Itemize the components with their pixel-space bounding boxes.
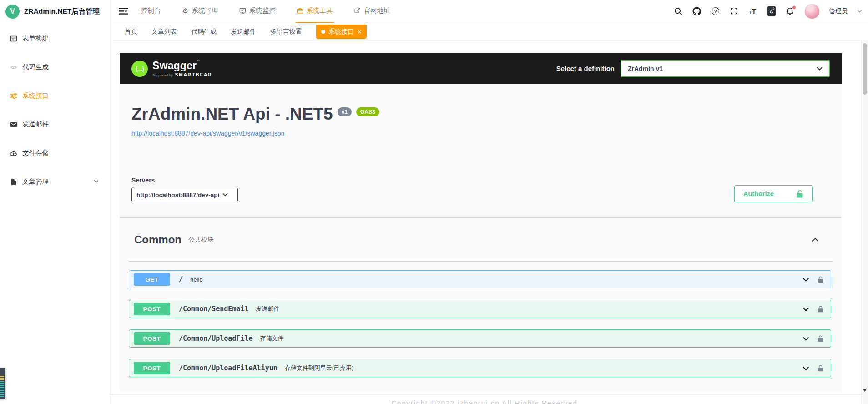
sidebar-item-label: 文件存储 — [22, 149, 49, 157]
search-icon[interactable] — [674, 7, 683, 16]
font-small-glyph: T — [749, 10, 752, 15]
operations-list: GET / hello POST /Common/SendEmail 发送邮件 — [129, 262, 833, 392]
top-navbar: 控制台 ⚙ 系统管理 系统监控 系统工具 — [111, 0, 868, 23]
translate-sub-glyph: 文 — [772, 7, 775, 11]
tags-view-bar: 首页 文章列表 代码生成 发送邮件 多语言设置 系统接口 × — [111, 23, 868, 41]
op-path: / — [179, 275, 183, 283]
brand-row[interactable]: V ZRAdmin.NET后台管理 — [0, 0, 110, 23]
op-path: /Common/SendEmail — [179, 305, 249, 313]
nav-item-official-site[interactable]: 官网地址 — [353, 0, 391, 23]
op-description: 存储文件 — [260, 334, 284, 343]
op-path: /Common/UploadFileAliyun — [179, 364, 278, 372]
sidebar-item-code-gen[interactable]: </> 代码生成 — [0, 53, 110, 81]
notification-dot — [792, 6, 796, 9]
tab-system-api-active[interactable]: 系统接口 × — [316, 25, 367, 39]
main-content: {…} Swagger™ Supported by SMARTBEAR Sele… — [111, 41, 861, 404]
chevron-down-icon[interactable] — [802, 307, 809, 311]
sidebar-item-file-storage[interactable]: 文件存储 — [0, 139, 110, 167]
version-badge: v1 — [338, 107, 352, 116]
help-icon[interactable]: ? — [711, 7, 720, 16]
unlock-icon — [796, 190, 804, 198]
sidebar-menu: 表单构建 </> 代码生成 系统接口 发送邮件 — [0, 24, 110, 196]
section-title: Common — [134, 233, 182, 246]
op-row-post-sendemail[interactable]: POST /Common/SendEmail 发送邮件 — [129, 300, 831, 318]
nav-item-label: 控制台 — [141, 6, 161, 15]
op-row-post-uploadfile[interactable]: POST /Common/UploadFile 存储文件 — [129, 329, 831, 348]
nav-item-system-monitor[interactable]: 系统监控 — [238, 0, 277, 23]
sidebar-item-label: 文章管理 — [22, 177, 49, 186]
scrollbar-thumb[interactable] — [863, 43, 867, 95]
nav-item-console[interactable]: 控制台 — [140, 0, 162, 23]
app-logo: V — [5, 5, 20, 19]
swagger-logo-icon: {…} — [131, 61, 148, 77]
tab-code-gen[interactable]: 代码生成 — [191, 28, 217, 36]
sidebar-item-label: 发送邮件 — [22, 120, 49, 129]
swagger-logo: {…} Swagger™ Supported by SMARTBEAR — [131, 60, 212, 77]
sidebar-fold-icon[interactable] — [119, 7, 129, 15]
definition-value: ZrAdmin v1 — [628, 65, 663, 72]
lock-icon[interactable] — [817, 335, 824, 343]
spec-url-link[interactable]: http://localhost:8887/dev-api/swagger/v1… — [131, 130, 284, 137]
select-definition-label: Select a definition — [556, 65, 615, 72]
tab-i18n-settings[interactable]: 多语言设置 — [270, 28, 302, 36]
method-badge: POST — [134, 303, 170, 315]
translate-icon[interactable]: A文 — [767, 7, 776, 16]
toolbox-icon — [297, 7, 304, 15]
authorize-button[interactable]: Authorize — [734, 185, 813, 202]
font-size-icon[interactable]: TT — [748, 7, 757, 16]
section-header[interactable]: Common 公共模块 — [129, 218, 833, 262]
user-name[interactable]: 管理员 — [829, 7, 848, 15]
close-icon[interactable]: × — [358, 28, 362, 35]
github-icon[interactable] — [692, 7, 701, 16]
chevron-down-icon[interactable] — [802, 278, 809, 282]
lock-icon[interactable] — [817, 276, 824, 283]
swagger-topbar: {…} Swagger™ Supported by SMARTBEAR Sele… — [120, 53, 842, 84]
document-icon — [10, 178, 17, 186]
section-subtitle: 公共模块 — [188, 236, 214, 244]
chevron-down-icon[interactable] — [857, 10, 862, 13]
bell-icon[interactable] — [786, 7, 795, 16]
swagger-ui: {…} Swagger™ Supported by SMARTBEAR Sele… — [120, 53, 842, 392]
op-description: hello — [190, 276, 202, 283]
chevron-down-icon[interactable] — [802, 366, 809, 370]
font-big-glyph: T — [752, 7, 756, 15]
lock-icon[interactable] — [817, 364, 824, 372]
op-row-get-hello[interactable]: GET / hello — [129, 270, 831, 288]
nav-item-system-mgmt[interactable]: ⚙ 系统管理 — [181, 0, 219, 23]
scheme-container: Servers http://localhost:8887/dev-api Au… — [120, 177, 842, 202]
envelope-icon — [10, 121, 17, 128]
chevron-down-icon[interactable] — [802, 337, 809, 341]
sidebar-item-form-builder[interactable]: 表单构建 — [0, 24, 110, 53]
scrollbar-down-arrow[interactable] — [863, 389, 867, 392]
sidebar-item-send-mail[interactable]: 发送邮件 — [0, 110, 110, 139]
code-icon: </> — [10, 63, 17, 71]
tab-send-mail[interactable]: 发送邮件 — [231, 28, 256, 36]
swagger-brand-text: Swagger — [152, 60, 197, 71]
vertical-scrollbar[interactable] — [861, 41, 868, 404]
sidebar-item-article-mgmt[interactable]: 文章管理 — [0, 167, 110, 196]
server-select[interactable]: http://localhost:8887/dev-api — [131, 187, 238, 202]
nav-item-system-tools[interactable]: 系统工具 — [296, 0, 334, 23]
nav-item-label: 系统管理 — [192, 6, 218, 15]
devtools-stripes — [0, 376, 4, 380]
lock-icon[interactable] — [817, 305, 824, 313]
devtools-pill[interactable] — [0, 368, 5, 399]
sidebar-item-system-api[interactable]: 系统接口 — [0, 81, 110, 110]
op-path: /Common/UploadFile — [179, 334, 253, 343]
servers-label: Servers — [131, 177, 238, 184]
form-grid-icon — [10, 35, 17, 42]
definition-select[interactable]: ZrAdmin v1 — [621, 60, 830, 77]
copyright-text: Copyright ©2022 izhaorui.cn All Rights R… — [391, 399, 580, 404]
navbar-tools: ? TT A文 管理员 — [674, 4, 868, 19]
chevron-up-icon[interactable] — [812, 237, 819, 242]
nav-item-label: 官网地址 — [364, 6, 390, 15]
op-row-post-uploadfile-aliyun[interactable]: POST /Common/UploadFileAliyun 存储文件到阿里云(已… — [129, 359, 831, 377]
method-badge: POST — [134, 362, 170, 374]
question-glyph: ? — [712, 7, 719, 15]
avatar[interactable] — [804, 4, 820, 19]
tab-home[interactable]: 首页 — [125, 28, 137, 36]
tab-article-list[interactable]: 文章列表 — [151, 28, 177, 36]
sidebar-item-label: 系统接口 — [22, 91, 49, 100]
cloud-upload-icon — [10, 149, 17, 157]
fullscreen-icon[interactable] — [730, 7, 739, 16]
